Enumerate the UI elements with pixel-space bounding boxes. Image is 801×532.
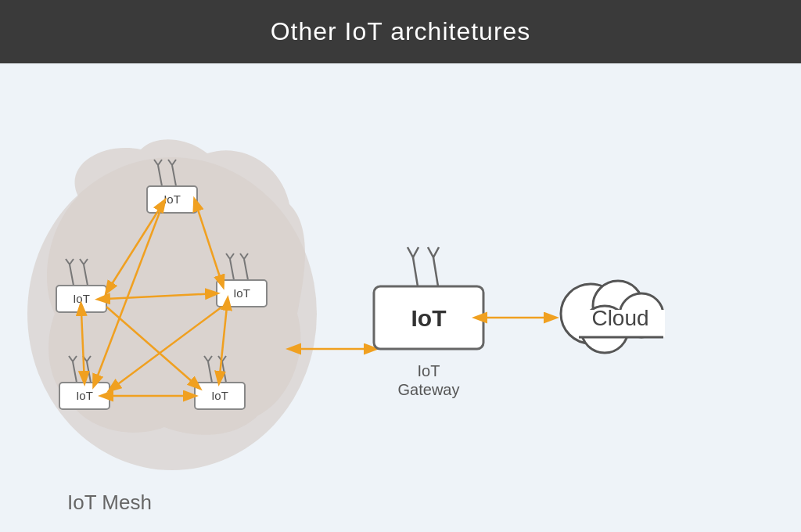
svg-line-35 xyxy=(208,356,212,361)
svg-line-30 xyxy=(87,356,91,361)
svg-line-51 xyxy=(413,257,418,286)
svg-line-54 xyxy=(433,257,438,286)
svg-text:IoT: IoT xyxy=(163,192,181,206)
svg-line-12 xyxy=(84,264,88,286)
svg-line-55 xyxy=(428,247,433,257)
svg-line-10 xyxy=(66,259,70,264)
svg-line-21 xyxy=(240,253,244,259)
svg-text:Gateway: Gateway xyxy=(398,381,460,398)
svg-line-36 xyxy=(222,361,226,383)
diagram-svg: IoT IoT IoT IoT xyxy=(0,63,801,532)
svg-rect-31 xyxy=(59,383,110,409)
svg-line-13 xyxy=(80,259,84,264)
svg-line-45 xyxy=(81,312,84,383)
svg-line-48 xyxy=(219,307,227,383)
svg-line-26 xyxy=(69,356,73,361)
svg-line-14 xyxy=(84,259,88,264)
svg-line-11 xyxy=(70,259,74,264)
svg-rect-66 xyxy=(579,310,665,337)
svg-point-63 xyxy=(593,281,643,331)
cloud-label: Cloud xyxy=(591,306,648,330)
svg-line-25 xyxy=(73,361,77,383)
svg-text:IoT: IoT xyxy=(73,292,90,305)
svg-rect-39 xyxy=(195,383,245,409)
svg-line-53 xyxy=(413,247,418,257)
svg-line-29 xyxy=(83,356,87,361)
svg-rect-15 xyxy=(56,286,106,312)
svg-line-18 xyxy=(226,253,230,259)
svg-point-64 xyxy=(620,293,663,337)
svg-line-46 xyxy=(106,307,199,388)
svg-line-6 xyxy=(172,160,176,165)
svg-text:IoT: IoT xyxy=(76,389,93,402)
svg-text:IoT: IoT xyxy=(211,389,228,402)
svg-line-38 xyxy=(222,356,226,361)
svg-line-1 xyxy=(158,165,162,186)
svg-line-56 xyxy=(433,247,439,257)
svg-point-62 xyxy=(561,284,620,343)
svg-line-33 xyxy=(208,361,212,383)
svg-line-9 xyxy=(70,264,74,286)
svg-point-0 xyxy=(27,157,317,470)
svg-line-44 xyxy=(94,210,160,386)
svg-line-34 xyxy=(204,356,208,361)
svg-line-43 xyxy=(106,293,217,299)
svg-text:IoT: IoT xyxy=(233,286,250,300)
svg-text:IoT: IoT xyxy=(418,362,440,379)
svg-text:IoT: IoT xyxy=(411,305,447,331)
svg-line-37 xyxy=(218,356,222,361)
svg-line-4 xyxy=(172,165,176,186)
mesh-label: IoT Mesh xyxy=(67,491,152,514)
svg-line-52 xyxy=(408,247,413,257)
svg-point-65 xyxy=(581,306,628,353)
main-content: IoT IoT IoT IoT xyxy=(0,63,801,532)
header: Other IoT architetures xyxy=(0,0,801,63)
svg-line-5 xyxy=(168,160,172,165)
svg-line-2 xyxy=(154,160,158,165)
svg-rect-7 xyxy=(147,186,197,213)
svg-line-28 xyxy=(87,361,91,383)
svg-line-41 xyxy=(106,207,160,293)
svg-rect-57 xyxy=(374,286,483,349)
svg-line-3 xyxy=(158,160,162,165)
svg-line-17 xyxy=(230,259,234,280)
svg-line-20 xyxy=(244,259,248,280)
svg-line-47 xyxy=(110,307,222,390)
svg-line-27 xyxy=(73,356,77,361)
svg-line-19 xyxy=(230,253,234,259)
svg-rect-23 xyxy=(217,280,267,307)
page-title: Other IoT architetures xyxy=(0,17,801,46)
mesh-blob xyxy=(47,139,305,435)
svg-line-22 xyxy=(244,253,248,259)
cloud-shape xyxy=(561,281,665,353)
svg-line-42 xyxy=(197,207,223,286)
